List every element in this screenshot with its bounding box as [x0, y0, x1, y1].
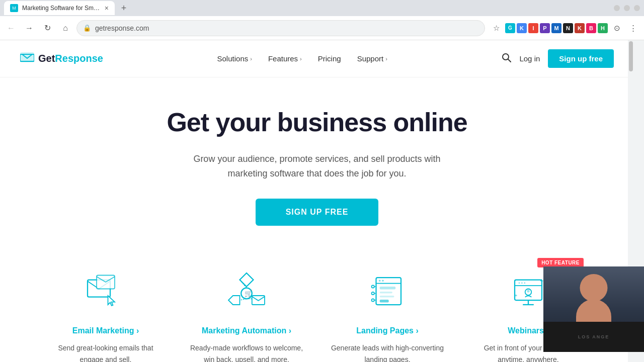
hero-section: Get your business online Grow your audie… — [0, 77, 634, 236]
feature-email-title[interactable]: Email Marketing › — [47, 326, 164, 335]
menu-icon[interactable]: ⋮ — [626, 21, 640, 35]
nav-pricing[interactable]: Pricing — [318, 54, 341, 63]
nav-actions: Log in Sign up free — [501, 49, 614, 68]
logo-text: GetResponse — [38, 53, 103, 64]
tab-title: Marketing Software for Small Bu... — [22, 5, 101, 12]
back-button[interactable]: ← — [4, 21, 18, 35]
svg-rect-20 — [380, 300, 389, 302]
svg-point-2 — [503, 54, 509, 60]
feature-automation-title[interactable]: Marketing Automation › — [188, 326, 305, 335]
landing-pages-icon-area — [329, 266, 446, 316]
website-content: GetResponse Solutions › Features › Prici… — [0, 40, 634, 362]
reload-button[interactable]: ↻ — [40, 21, 54, 35]
home-button[interactable]: ⌂ — [58, 21, 72, 35]
feature-email-marketing: Email Marketing › Send great-looking ema… — [35, 256, 176, 362]
ext-icon-2[interactable]: K — [517, 23, 527, 33]
svg-text:+: + — [540, 278, 543, 284]
maximize-button[interactable] — [624, 5, 630, 11]
feature-email-desc: Send great-looking emails that engage an… — [47, 342, 164, 362]
svg-point-22 — [372, 292, 374, 295]
lock-icon: 🔒 — [83, 24, 91, 32]
browser-titlebar: M Marketing Software for Small Bu... × + — [0, 0, 644, 16]
tab-close-icon[interactable]: × — [105, 4, 109, 12]
svg-point-37 — [524, 283, 525, 284]
bookmark-icon[interactable]: ☆ — [489, 21, 503, 35]
profile-icon[interactable]: ⊙ — [610, 21, 624, 35]
svg-rect-19 — [380, 296, 394, 298]
feature-landing-title[interactable]: Landing Pages › — [329, 326, 446, 335]
hero-title: Get your business online — [20, 108, 614, 138]
login-button[interactable]: Log in — [519, 54, 540, 63]
svg-point-21 — [372, 286, 374, 288]
svg-point-35 — [519, 283, 520, 284]
svg-text:+: + — [515, 293, 517, 298]
svg-point-23 — [372, 299, 374, 302]
svg-line-3 — [508, 59, 511, 62]
solutions-chevron: › — [250, 56, 252, 62]
minimize-button[interactable] — [614, 5, 620, 11]
video-overlay: LOS ANGE — [543, 266, 644, 352]
nav-support[interactable]: Support › — [357, 54, 387, 63]
toolbar-icons: ☆ G K I P M N K B H ⊙ ⋮ — [489, 21, 640, 35]
site-navbar: GetResponse Solutions › Features › Prici… — [0, 40, 634, 77]
ext-icon-5[interactable]: M — [551, 23, 561, 33]
address-bar[interactable]: 🔒 getresponse.com — [76, 20, 485, 36]
extensions: G K I P M N K B H — [505, 23, 608, 33]
ext-icon-1[interactable]: G — [505, 23, 515, 33]
ext-icon-7[interactable]: K — [575, 23, 585, 33]
svg-line-11 — [240, 299, 247, 301]
svg-point-36 — [521, 283, 523, 284]
svg-point-16 — [382, 280, 384, 282]
video-person: LOS ANGE — [543, 266, 644, 352]
browser-tab[interactable]: M Marketing Software for Small Bu... × — [4, 1, 115, 15]
browser-toolbar: ← → ↻ ⌂ 🔒 getresponse.com ☆ G K I P M N … — [0, 16, 644, 40]
svg-rect-18 — [380, 292, 392, 294]
ext-icon-4[interactable]: P — [540, 23, 550, 33]
logo-icon — [20, 52, 34, 65]
cta-button[interactable]: SIGN UP FREE — [256, 199, 379, 226]
signup-button[interactable]: Sign up free — [548, 49, 614, 68]
ext-icon-6[interactable]: N — [563, 23, 573, 33]
svg-point-32 — [527, 290, 529, 293]
feature-landing-pages: Landing Pages › Generate leads with high… — [317, 256, 458, 362]
nav-links: Solutions › Features › Pricing Support › — [217, 54, 387, 63]
forward-button[interactable]: → — [22, 21, 36, 35]
svg-point-15 — [379, 280, 381, 282]
feature-marketing-automation: 🛒 Marketing Automation › Ready-made work… — [176, 256, 317, 362]
hero-subtitle: Grow your audience, promote services, an… — [191, 152, 443, 181]
feature-landing-desc: Generate leads with high-converting land… — [329, 342, 446, 362]
marketing-automation-icon-area: 🛒 — [188, 266, 305, 316]
address-text: getresponse.com — [95, 24, 478, 32]
scrollbar-thumb[interactable] — [629, 41, 633, 71]
tab-favicon: M — [10, 4, 18, 12]
features-section: Email Marketing › Send great-looking ema… — [0, 236, 634, 362]
nav-features[interactable]: Features › — [268, 54, 302, 63]
email-marketing-icon-area — [47, 266, 164, 316]
svg-rect-17 — [380, 287, 396, 289]
close-button[interactable] — [634, 5, 640, 11]
feature-automation-desc: Ready-made workflows to welcome, win bac… — [188, 342, 305, 362]
nav-solutions[interactable]: Solutions › — [217, 54, 252, 63]
site-logo[interactable]: GetResponse — [20, 52, 103, 65]
features-chevron: › — [300, 56, 302, 62]
svg-marker-6 — [240, 273, 254, 287]
ext-icon-8[interactable]: B — [586, 23, 596, 33]
search-icon[interactable] — [501, 52, 511, 65]
ext-icon-3[interactable]: I — [528, 23, 538, 33]
new-tab-button[interactable]: + — [117, 1, 131, 15]
support-chevron: › — [385, 56, 387, 62]
ext-icon-9[interactable]: H — [598, 23, 608, 33]
